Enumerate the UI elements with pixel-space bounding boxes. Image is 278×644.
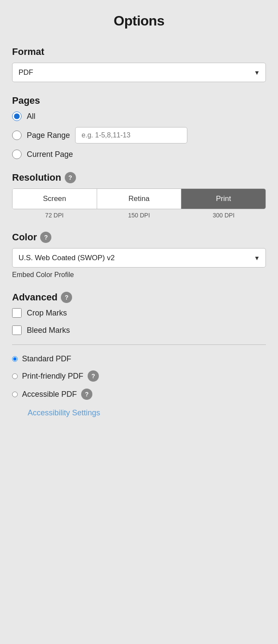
crop-marks-item: Crop Marks [12, 308, 266, 318]
color-section: Color ? U.S. Web Coated (SWOP) v2 sRGB A… [12, 232, 266, 279]
pages-all-radio[interactable] [12, 112, 22, 121]
advanced-help-icon[interactable]: ? [61, 292, 72, 303]
color-select-wrapper: U.S. Web Coated (SWOP) v2 sRGB Adobe RGB… [12, 248, 266, 268]
color-label: Color ? [12, 232, 266, 243]
format-select-wrapper: PDF JPEG PNG SVG ▼ [12, 63, 266, 82]
advanced-divider [12, 344, 266, 345]
advanced-section: Advanced ? Crop Marks Bleed Marks Standa… [12, 292, 266, 418]
crop-marks-label: Crop Marks [27, 309, 67, 318]
pages-current-item: Current Page [12, 150, 266, 159]
accessible-pdf-label: Accessible PDF [22, 390, 77, 399]
pages-current-radio[interactable] [12, 150, 22, 159]
pages-all-label: All [27, 112, 35, 121]
format-select[interactable]: PDF JPEG PNG SVG [12, 63, 266, 82]
screen-dpi: 72 DPI [12, 212, 97, 219]
pages-label: Pages [12, 95, 266, 106]
pages-section: Pages All Page Range Current Page [12, 95, 266, 159]
accessible-pdf-radio[interactable] [12, 392, 18, 397]
standard-pdf-label: Standard PDF [22, 354, 71, 363]
accessible-pdf-item: Accessible PDF ? [12, 389, 266, 400]
page-container: Options Format PDF JPEG PNG SVG ▼ Pages … [0, 0, 278, 448]
pages-current-label: Current Page [27, 150, 73, 159]
resolution-section: Resolution ? Screen Retina Print 72 DPI … [12, 172, 266, 219]
format-label: Format [12, 46, 266, 57]
pages-radio-group: All Page Range Current Page [12, 112, 266, 159]
resolution-toggle: Screen Retina Print [12, 188, 266, 209]
pages-all-item: All [12, 112, 266, 121]
format-section: Format PDF JPEG PNG SVG ▼ [12, 46, 266, 82]
accessibility-settings-link[interactable]: Accessibility Settings [28, 408, 266, 418]
advanced-label: Advanced ? [12, 292, 266, 303]
print-dpi: 300 DPI [181, 212, 266, 219]
resolution-label: Resolution ? [12, 172, 266, 183]
print-friendly-help-icon[interactable]: ? [88, 370, 99, 382]
standard-pdf-radio[interactable] [12, 356, 18, 362]
retina-dpi: 150 DPI [97, 212, 181, 219]
page-title: Options [12, 13, 266, 29]
print-friendly-pdf-radio[interactable] [12, 373, 18, 379]
accessible-pdf-help-icon[interactable]: ? [81, 389, 92, 400]
print-friendly-pdf-label: Print-friendly PDF [22, 372, 83, 381]
resolution-help-icon[interactable]: ? [65, 172, 76, 183]
resolution-screen-btn[interactable]: Screen [13, 189, 97, 209]
bleed-marks-checkbox[interactable] [12, 325, 22, 335]
pdf-type-group: Standard PDF Print-friendly PDF ? Access… [12, 354, 266, 418]
pages-range-label: Page Range [27, 131, 70, 140]
page-range-input[interactable] [75, 127, 187, 143]
resolution-dpi-labels: 72 DPI 150 DPI 300 DPI [12, 212, 266, 219]
resolution-retina-btn[interactable]: Retina [97, 189, 182, 209]
standard-pdf-item: Standard PDF [12, 354, 266, 363]
print-friendly-pdf-item: Print-friendly PDF ? [12, 370, 266, 382]
bleed-marks-label: Bleed Marks [27, 326, 70, 335]
advanced-checkbox-group: Crop Marks Bleed Marks [12, 308, 266, 335]
bleed-marks-item: Bleed Marks [12, 325, 266, 335]
color-select[interactable]: U.S. Web Coated (SWOP) v2 sRGB Adobe RGB [12, 248, 266, 268]
embed-color-profile-label: Embed Color Profile [12, 271, 266, 279]
resolution-print-btn[interactable]: Print [181, 189, 265, 209]
pages-range-radio[interactable] [12, 131, 22, 140]
color-help-icon[interactable]: ? [40, 232, 51, 243]
crop-marks-checkbox[interactable] [12, 308, 22, 318]
pages-range-item: Page Range [12, 127, 266, 143]
